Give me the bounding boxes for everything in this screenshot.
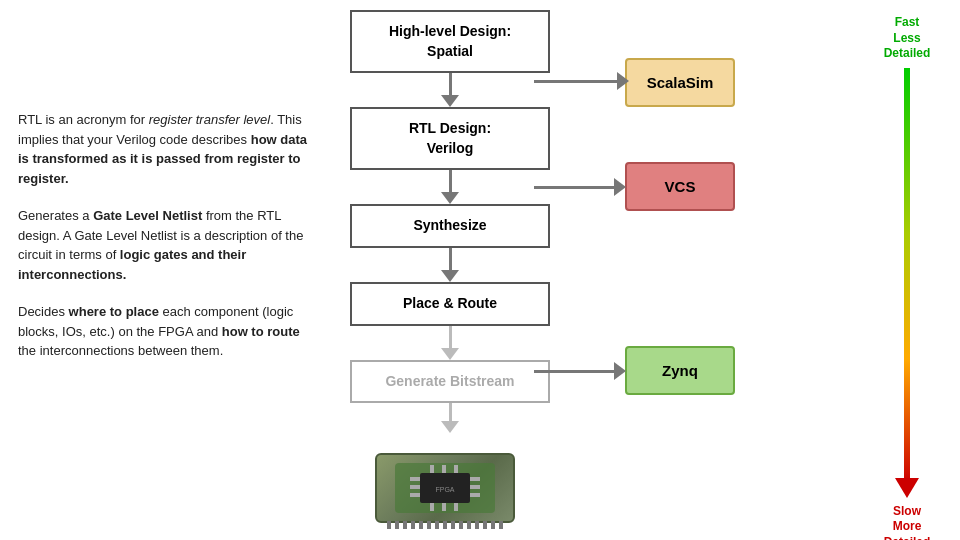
arrow-pr-zynq <box>534 362 626 380</box>
zynq-box: Zynq <box>625 346 735 395</box>
arrow-highlevel-scalasim <box>534 72 629 90</box>
svg-rect-3 <box>410 485 420 489</box>
rtl-design-box: RTL Design: Verilog <box>350 107 550 170</box>
connector-4 <box>441 326 459 360</box>
place-route-description: Decides where to place each component (l… <box>18 302 318 361</box>
slow-label: Slow More Detailed <box>872 504 942 540</box>
chip-svg: FPGA <box>395 463 495 513</box>
connector-5 <box>441 403 459 433</box>
svg-rect-15 <box>904 68 910 483</box>
speed-indicator: Fast Less Detailed Slow More Detailed <box>872 15 942 540</box>
svg-rect-5 <box>470 477 480 481</box>
svg-rect-13 <box>454 503 458 511</box>
svg-rect-7 <box>470 493 480 497</box>
synthesize-box: Synthesize <box>350 204 550 248</box>
arrow-rtl-vcs <box>534 178 626 196</box>
connector-3 <box>441 248 459 282</box>
svg-rect-2 <box>410 477 420 481</box>
svg-rect-10 <box>454 465 458 473</box>
vcs-box: VCS <box>625 162 735 211</box>
svg-rect-9 <box>442 465 446 473</box>
scalasim-box: ScalaSim <box>625 58 735 107</box>
fast-label: Fast Less Detailed <box>872 15 942 62</box>
connector-1 <box>441 73 459 107</box>
svg-rect-11 <box>430 503 434 511</box>
svg-rect-4 <box>410 493 420 497</box>
gate-level-description: Generates a Gate Level Netlist from the … <box>18 206 318 284</box>
svg-rect-6 <box>470 485 480 489</box>
fpga-image: FPGA <box>360 448 530 528</box>
svg-text:FPGA: FPGA <box>435 486 454 493</box>
svg-marker-16 <box>895 478 919 498</box>
connector-2 <box>441 170 459 204</box>
svg-rect-8 <box>430 465 434 473</box>
speed-arrow-svg <box>893 68 921 498</box>
rtl-description: RTL is an acronym for register transfer … <box>18 110 318 188</box>
generate-bitstream-box: Generate Bitstream <box>350 360 550 404</box>
high-level-design-box: High-level Design: Spatial <box>350 10 550 73</box>
fpga-chip: FPGA <box>375 453 515 523</box>
description-panel: RTL is an acronym for register transfer … <box>18 110 318 379</box>
place-route-box: Place & Route <box>350 282 550 326</box>
svg-rect-12 <box>442 503 446 511</box>
